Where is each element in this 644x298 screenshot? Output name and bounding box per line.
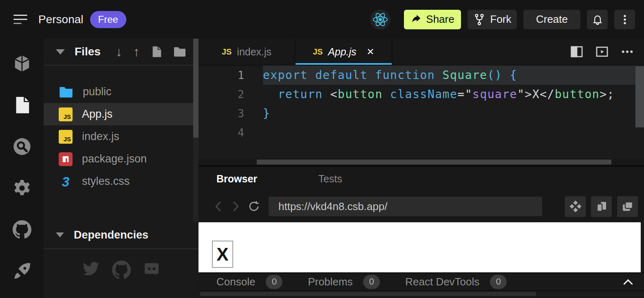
close-tab-icon[interactable]: ✕ xyxy=(366,46,374,57)
responsive-button[interactable] xyxy=(591,196,612,217)
tab-label: App.js xyxy=(328,46,356,58)
code-line-1[interactable]: 1export default function Square() { xyxy=(198,66,644,85)
statusbar-console[interactable]: Console0 xyxy=(216,275,282,289)
url-bar[interactable]: https://vkd4n8.csb.app/ xyxy=(269,197,542,216)
file-name: App.js xyxy=(82,108,112,121)
fork-button-label: Fork xyxy=(490,13,512,26)
new-folder-icon[interactable] xyxy=(173,46,186,57)
rail-item-explorer[interactable] xyxy=(0,84,44,126)
line-number: 4 xyxy=(198,123,263,142)
share-button[interactable]: Share xyxy=(404,10,461,29)
files-panel-title: Files xyxy=(75,45,101,58)
folder-icon xyxy=(59,85,73,99)
refresh-icon xyxy=(248,200,260,213)
rail-item-github[interactable] xyxy=(0,209,44,250)
files-scrollbar[interactable] xyxy=(193,39,198,221)
browser-tabs: BrowserTests xyxy=(198,167,644,191)
editor-column: JSindex.jsJSApp.js✕ 1export default func… xyxy=(198,39,644,298)
refresh-button[interactable] xyxy=(245,197,263,215)
preview-scrollbar-track xyxy=(641,222,644,272)
notifications-button[interactable] xyxy=(587,10,608,29)
count-badge: 0 xyxy=(363,275,380,289)
rocket-icon xyxy=(13,262,31,280)
code-line-2[interactable]: 2 return <button className="square">X</b… xyxy=(198,85,644,104)
statusbar-label: React DevTools xyxy=(405,276,479,288)
expand-devtools-button[interactable] xyxy=(623,278,633,285)
browser-action-buttons xyxy=(565,196,638,217)
bottom-scrollbar-thumb[interactable] xyxy=(200,292,536,296)
header-actions: Share Fork Create xyxy=(370,9,635,30)
files-panel: Files ↓↑ publicJSApp.jsJSindex.jspackage… xyxy=(44,39,198,298)
search-icon xyxy=(13,137,31,156)
bell-icon xyxy=(591,13,604,26)
chevron-left-icon xyxy=(213,200,223,213)
responsive-icon xyxy=(595,200,608,213)
menu-icon[interactable] xyxy=(13,15,27,24)
fork-button[interactable]: Fork xyxy=(468,10,517,29)
new-file-icon[interactable] xyxy=(151,46,162,58)
code-line-3[interactable]: 3} xyxy=(198,104,644,123)
code-editor[interactable]: 1export default function Square() {2 ret… xyxy=(198,66,644,159)
github-icon xyxy=(13,220,31,239)
editor-tab-App.js[interactable]: JSApp.js✕ xyxy=(296,39,393,65)
file-row-styles.css[interactable]: 3styles.css xyxy=(44,170,198,193)
chevron-down-icon[interactable] xyxy=(56,49,65,55)
preview-settings-button[interactable] xyxy=(565,196,586,217)
create-button[interactable]: Create xyxy=(523,10,580,29)
file-row-package.json[interactable]: package.json xyxy=(44,148,198,170)
editor-vertical-scrollbar-thumb[interactable] xyxy=(635,66,644,127)
file-name: package.json xyxy=(82,153,147,165)
css-file-icon: 3 xyxy=(59,175,73,188)
file-row-public[interactable]: public xyxy=(44,81,198,103)
js-file-icon: JS xyxy=(59,130,73,144)
rail-item-settings[interactable] xyxy=(0,167,44,209)
rail-item-deploy[interactable] xyxy=(0,250,44,292)
chevron-right-icon xyxy=(231,200,241,213)
files-scrollbar-thumb[interactable] xyxy=(193,39,198,138)
more-button[interactable] xyxy=(616,42,638,61)
dependencies-section-header[interactable]: Dependencies xyxy=(44,221,198,249)
github-icon[interactable] xyxy=(112,261,131,279)
twitter-icon[interactable] xyxy=(82,261,100,277)
forward-button[interactable] xyxy=(227,197,245,215)
upload-icon[interactable]: ↑ xyxy=(133,44,140,59)
browser-tab-browser[interactable]: Browser xyxy=(216,173,257,185)
browser-tab-tests[interactable]: Tests xyxy=(318,173,342,185)
back-button[interactable] xyxy=(209,197,227,215)
url-text: https://vkd4n8.csb.app/ xyxy=(278,200,387,213)
statusbar-react-devtools[interactable]: React DevTools0 xyxy=(405,275,507,289)
split-view-button[interactable] xyxy=(566,42,588,61)
preview-settings-icon xyxy=(569,200,582,213)
code-line-4[interactable]: 4 xyxy=(198,123,644,142)
editor-tab-index.js[interactable]: JSindex.js xyxy=(198,39,296,65)
file-row-App.js[interactable]: JSApp.js xyxy=(44,103,198,125)
workspace-name[interactable]: Personal xyxy=(38,13,84,26)
bottom-scrollbar[interactable] xyxy=(198,290,644,296)
more-menu-button[interactable] xyxy=(614,10,635,29)
discord-icon[interactable] xyxy=(143,261,160,278)
chevron-down-icon[interactable] xyxy=(56,232,64,237)
share-arrow-icon xyxy=(410,14,421,25)
rail-item-search[interactable] xyxy=(0,126,44,167)
statusbar-problems[interactable]: Problems0 xyxy=(308,275,380,289)
workbench-body: Files ↓↑ publicJSApp.jsJSindex.jspackage… xyxy=(0,39,644,298)
cube-icon xyxy=(13,54,31,73)
popout-button[interactable] xyxy=(617,196,638,217)
editor-horizontal-scrollbar-thumb[interactable] xyxy=(257,160,611,164)
rail-item-sandbox[interactable] xyxy=(0,43,44,84)
top-header: Personal Free Share Fork Create xyxy=(0,0,644,39)
statusbar-label: Problems xyxy=(308,276,353,288)
files-panel-header[interactable]: Files ↓↑ xyxy=(44,39,198,66)
preview-square-button[interactable]: X xyxy=(212,241,233,268)
download-icon[interactable]: ↓ xyxy=(116,44,122,59)
preview-button[interactable] xyxy=(591,42,613,61)
file-row-index.js[interactable]: JSindex.js xyxy=(44,125,198,148)
preview-pane: X xyxy=(198,222,644,272)
file-name: index.js xyxy=(82,130,119,143)
line-number: 2 xyxy=(198,85,263,104)
editor-horizontal-scrollbar[interactable] xyxy=(198,159,644,165)
devtools-statusbar: Console0Problems0React DevTools0 xyxy=(198,272,644,290)
fork-icon xyxy=(473,13,485,26)
plan-badge: Free xyxy=(90,11,126,28)
dependencies-title: Dependencies xyxy=(74,229,148,241)
